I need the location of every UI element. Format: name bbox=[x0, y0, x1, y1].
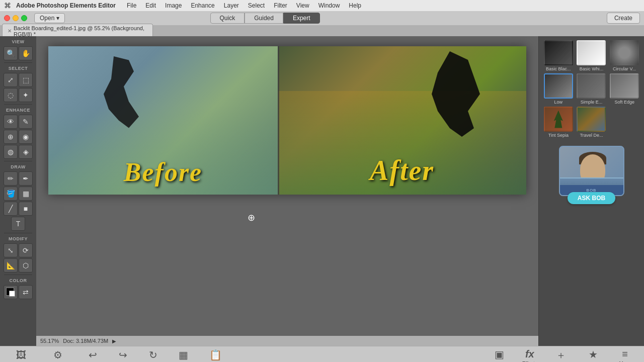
layout-button[interactable]: ▦ Layout bbox=[169, 347, 199, 362]
select-tools-2: ◌ ✦ bbox=[2, 88, 34, 102]
minimize-button[interactable] bbox=[13, 15, 19, 21]
color-section-label: COLOR bbox=[2, 277, 34, 284]
divider-3 bbox=[4, 161, 32, 161]
preset-low[interactable]: Low bbox=[543, 73, 574, 105]
menu-window[interactable]: Window bbox=[314, 1, 344, 10]
preset-thumb-circular-v bbox=[610, 40, 639, 65]
view-section-label: VIEW bbox=[2, 38, 34, 45]
title-bar: Open ▾ Quick Guided Expert Create bbox=[0, 11, 644, 25]
rotate-button[interactable]: ↻ Rotate bbox=[138, 347, 169, 362]
select-section-label: SELECT bbox=[2, 65, 34, 72]
menu-help[interactable]: Help bbox=[345, 1, 365, 10]
photo-bin-button[interactable]: 🖼 Photo Bin bbox=[4, 347, 38, 363]
lasso-tool[interactable]: ◌ bbox=[4, 88, 18, 102]
swap-colors-icon[interactable]: ⇄ bbox=[19, 285, 33, 299]
more-button[interactable]: ≡ More bbox=[610, 346, 640, 363]
menu-bar: ⌘ Adobe Photoshop Elements Editor File E… bbox=[0, 0, 644, 11]
tab-bar: ✕ Backlit Boarding_edited-1.jpg @ 55.2% … bbox=[0, 25, 644, 36]
doc-size: Doc: 3.18M/4.73M bbox=[63, 338, 108, 344]
graphics-icon: ＋ bbox=[556, 348, 566, 362]
preset-thumb-basic-black bbox=[544, 40, 573, 65]
canvas-cursor-icon: ⊕ bbox=[248, 212, 255, 223]
expert-mode-button[interactable]: Expert bbox=[283, 13, 320, 24]
status-arrow-icon[interactable]: ▶ bbox=[112, 338, 116, 344]
marquee-tool[interactable]: ⬚ bbox=[19, 73, 33, 87]
clone-tool[interactable]: ⊕ bbox=[4, 130, 18, 144]
layers-button[interactable]: ▣ Layers bbox=[485, 346, 515, 363]
gradient-tool[interactable]: ▦ bbox=[19, 187, 33, 201]
canvas-image: Before After bbox=[48, 46, 526, 195]
redo-icon: ↪ bbox=[119, 349, 127, 361]
maximize-button[interactable] bbox=[21, 15, 27, 21]
brush-tool[interactable]: ✏ bbox=[4, 171, 18, 186]
preset-circular-v[interactable]: Circular V... bbox=[609, 40, 640, 71]
file-tab-close[interactable]: ✕ bbox=[8, 28, 12, 34]
menu-edit[interactable]: Edit bbox=[141, 1, 160, 10]
redeye-tool[interactable]: 👁 bbox=[4, 115, 18, 129]
enhance-tools-2: ⊕ ◉ bbox=[2, 130, 34, 144]
recompose-tool[interactable]: ⬡ bbox=[19, 258, 33, 273]
draw-tools-4: T bbox=[2, 217, 34, 231]
preset-basic-white[interactable]: Basic Whi... bbox=[576, 40, 607, 71]
favorites-button[interactable]: ★ Favorites bbox=[577, 346, 610, 363]
status-bar: 55.17% Doc: 3.18M/4.73M ▶ bbox=[36, 336, 538, 346]
enhance-tools-1: 👁 ✎ bbox=[2, 115, 34, 129]
quick-mode-button[interactable]: Quick bbox=[210, 13, 245, 24]
tool-options-button[interactable]: ⚙ Tool Options bbox=[38, 347, 78, 362]
shape-tool[interactable]: ■ bbox=[19, 202, 33, 216]
close-button[interactable] bbox=[4, 15, 10, 21]
menu-select[interactable]: Select bbox=[244, 1, 269, 10]
create-button[interactable]: Create bbox=[607, 13, 640, 24]
preset-thumb-travel-de bbox=[577, 107, 606, 132]
after-panel: After bbox=[278, 46, 526, 195]
sharpen-tool[interactable]: ◈ bbox=[19, 145, 33, 159]
crop-tool[interactable]: ⤡ bbox=[4, 243, 18, 257]
hand-tool[interactable]: ✋ bbox=[19, 46, 33, 60]
preset-label-basic-white: Basic Whi... bbox=[580, 66, 604, 71]
preset-tint-sepia[interactable]: Tint Sepia bbox=[543, 107, 574, 138]
tool-options-icon: ⚙ bbox=[53, 349, 62, 361]
menu-layer[interactable]: Layer bbox=[220, 1, 243, 10]
menu-view[interactable]: View bbox=[292, 1, 313, 10]
menu-filter[interactable]: Filter bbox=[270, 1, 291, 10]
fill-tool[interactable]: 🪣 bbox=[4, 187, 18, 201]
type-tool[interactable]: T bbox=[11, 217, 25, 231]
magic-wand-tool[interactable]: ✦ bbox=[19, 88, 33, 102]
guided-mode-button[interactable]: Guided bbox=[245, 13, 283, 24]
preset-travel-de[interactable]: Travel De... bbox=[576, 107, 607, 138]
enhance-tools-3: ◍ ◈ bbox=[2, 145, 34, 159]
modify-tools-2: 📐 ⬡ bbox=[2, 258, 34, 273]
rotate-icon: ↻ bbox=[149, 349, 157, 361]
foreground-color[interactable] bbox=[4, 285, 18, 299]
line-tool[interactable]: ╱ bbox=[4, 202, 18, 216]
preset-soft-edge[interactable]: Soft Edge bbox=[609, 73, 640, 105]
spot-heal-tool[interactable]: ✎ bbox=[19, 115, 33, 129]
blur-tool[interactable]: ◉ bbox=[19, 130, 33, 144]
move-tool[interactable]: ⤢ bbox=[4, 73, 18, 87]
preset-basic-black[interactable]: Basic Blac... bbox=[543, 40, 574, 71]
graphics-button[interactable]: ＋ Graphics bbox=[545, 346, 577, 363]
effects-button[interactable]: fx Effects bbox=[515, 346, 545, 363]
menu-image[interactable]: Image bbox=[161, 1, 186, 10]
open-button[interactable]: Open ▾ bbox=[34, 13, 65, 23]
preset-simple-e[interactable]: Simple E... bbox=[576, 73, 607, 105]
undo-button[interactable]: ↩ Undo bbox=[78, 347, 108, 362]
preset-thumb-tint-sepia bbox=[544, 107, 573, 132]
organizer-button[interactable]: 📋 Organizer bbox=[199, 347, 233, 362]
preset-label-tint-sepia: Tint Sepia bbox=[548, 133, 569, 138]
ruler-tool[interactable]: 📐 bbox=[4, 258, 18, 273]
ask-bob-button[interactable]: ASK BOB bbox=[568, 192, 615, 204]
draw-tools-2: 🪣 ▦ bbox=[2, 187, 34, 201]
modify-tools-1: ⤡ ⟳ bbox=[2, 243, 34, 257]
menu-enhance[interactable]: Enhance bbox=[187, 1, 218, 10]
divider-1 bbox=[4, 62, 32, 63]
menu-file[interactable]: File bbox=[123, 1, 140, 10]
transform-tool[interactable]: ⟳ bbox=[19, 243, 33, 257]
redo-button[interactable]: ↪ Redo bbox=[108, 347, 138, 362]
pencil-tool[interactable]: ✒ bbox=[19, 171, 33, 186]
before-text: Before bbox=[124, 157, 202, 187]
sponge-tool[interactable]: ◍ bbox=[4, 145, 18, 159]
divider-4 bbox=[4, 233, 32, 233]
ask-bob-avatar: BOB bbox=[559, 146, 624, 196]
zoom-tool[interactable]: 🔍 bbox=[4, 46, 18, 60]
